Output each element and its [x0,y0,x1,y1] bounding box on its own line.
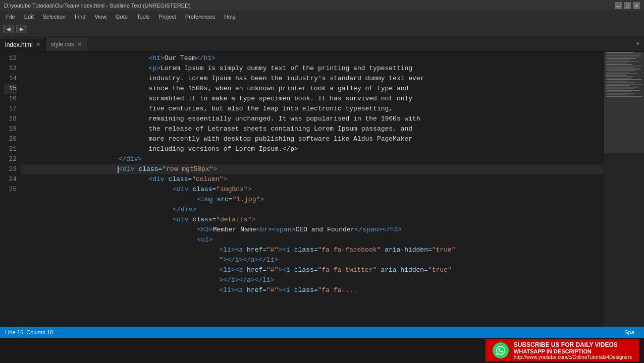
toolbar: ◀ ▶ [0,22,644,36]
line-num-24: 24 [4,174,17,185]
tabs-bar: index.html ✕ style.css ✕ ▾ [0,36,644,51]
menu-edit[interactable]: Edit [20,13,38,21]
code-area[interactable]: <h1>Our Team</h1> <p>Lorem Ipsum is simp… [21,51,604,327]
menu-bar: File Edit Selection Find View Goto Tools… [0,11,644,22]
line-num-18: 18 [4,114,17,124]
menu-preferences[interactable]: Preferences [181,13,219,21]
line-numbers: 12 13 14 15 16 17 18 19 20 21 22 23 24 2… [0,51,21,327]
line-num-23: 23 [4,164,17,174]
tab-style-css-close[interactable]: ✕ [77,41,82,48]
notification-box: SUBSCRIBE US FOR DAILY VIDEOS WHATSAPP I… [486,339,639,361]
line-num-12: 12 [4,53,17,64]
line-num-16: 16 [4,94,17,104]
tabs-dropdown[interactable]: ▾ [632,39,644,48]
tab-index-html-label: index.html [5,41,33,48]
minimize-button[interactable]: — [615,2,622,9]
menu-find[interactable]: Find [71,13,89,21]
window-title: D:\youtube Tutorials\OurTeam\index.html … [4,3,191,9]
nav-prev-button[interactable]: ◀ [3,25,14,33]
tab-index-html-close[interactable]: ✕ [36,41,40,48]
line-num-21: 21 [4,144,17,154]
tab-style-css-label: style.css [51,41,74,48]
whatsapp-svg [496,346,505,355]
menu-project[interactable]: Project [155,13,180,21]
menu-selection[interactable]: Selection [39,13,70,21]
line-num-19: 19 [4,124,17,134]
title-bar: D:\youtube Tutorials\OurTeam\index.html … [0,0,644,11]
line-num-13: 13 [4,64,17,74]
tab-style-css[interactable]: style.css ✕ [46,38,87,51]
title-bar-controls[interactable]: — □ ✕ [615,2,640,9]
status-position: Line 16, Column 18 [5,329,53,335]
menu-file[interactable]: File [2,13,19,21]
line-num-20: 20 [4,134,17,144]
line-num-25: 25 [4,185,17,195]
status-right: Spa... [624,329,639,335]
menu-goto[interactable]: Goto [112,13,132,21]
minimap-content [604,52,644,327]
status-left: Line 16, Column 18 [5,329,53,335]
line-num-17: 17 [4,104,17,114]
whatsapp-icon [493,342,509,358]
maximize-button[interactable]: □ [624,2,631,9]
minimap-viewport [604,52,644,153]
menu-tools[interactable]: Tools [133,13,154,21]
status-encoding: Spa... [624,329,639,335]
status-bar: Line 16, Column 18 Spa... [0,327,644,338]
notification-url: http://www.youtube.com/c/OnlineTutorials… [514,354,632,360]
notification-whatsapp-label: WHATSAPP IN DESCRIPTION [514,348,632,354]
notification-subscribe: SUBSCRIBE US FOR DAILY VIDEOS [514,341,632,348]
tab-index-html[interactable]: index.html ✕ [0,38,46,51]
editor-container: 12 13 14 15 16 17 18 19 20 21 22 23 24 2… [0,51,644,327]
notification-bar: SUBSCRIBE US FOR DAILY VIDEOS WHATSAPP I… [0,338,644,363]
line-num-14: 14 [4,74,17,84]
line-num-22: 22 [4,154,17,164]
nav-next-button[interactable]: ▶ [16,25,27,33]
close-button[interactable]: ✕ [633,2,640,9]
minimap[interactable] [604,51,644,327]
notification-text: SUBSCRIBE US FOR DAILY VIDEOS WHATSAPP I… [514,341,632,360]
code-line-25: <li><a href="#"><i class="fa fa-... [21,285,604,295]
menu-view[interactable]: View [90,13,111,21]
line-num-15: 15 [4,84,17,94]
menu-help[interactable]: Help [220,13,240,21]
